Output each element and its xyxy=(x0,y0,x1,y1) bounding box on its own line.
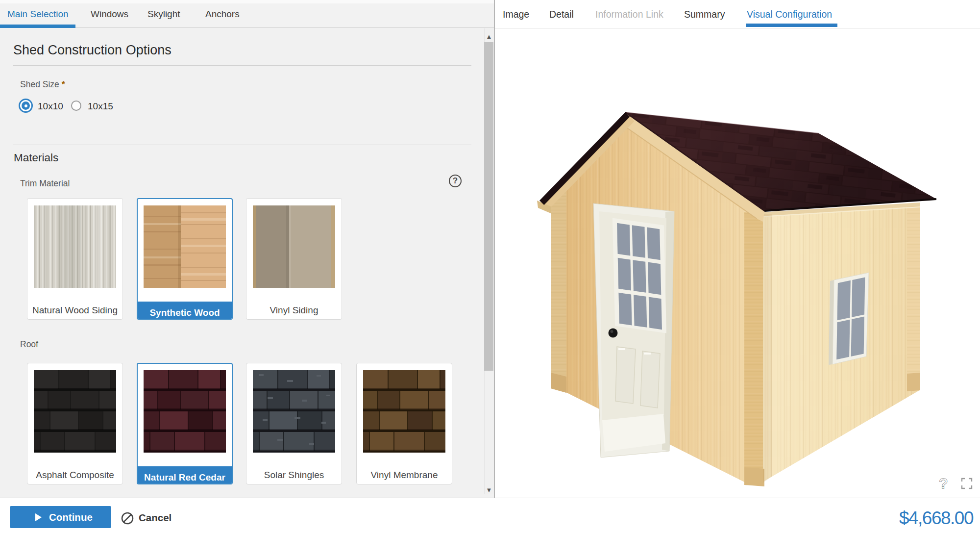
svg-text:?: ? xyxy=(939,475,948,491)
